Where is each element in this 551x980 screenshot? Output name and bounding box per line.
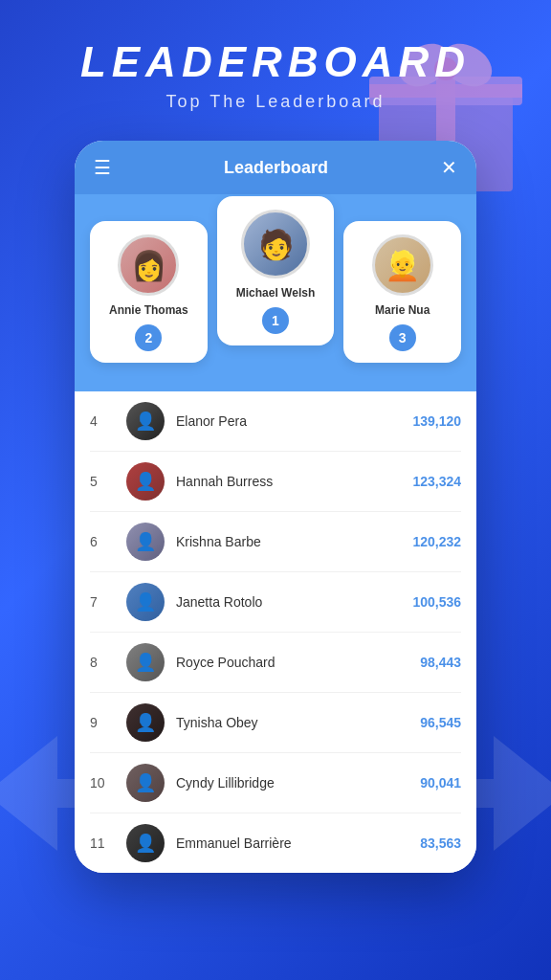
list-avatar: 👤 bbox=[126, 402, 165, 440]
list-rank: 9 bbox=[90, 715, 115, 730]
list-name: Hannah Burress bbox=[176, 474, 412, 489]
list-avatar: 👤 bbox=[126, 583, 165, 621]
list-item: 4 👤 Elanor Pera 139,120 bbox=[90, 391, 461, 452]
menu-icon[interactable]: ☰ bbox=[94, 156, 111, 179]
list-rank: 10 bbox=[90, 775, 115, 791]
page-title: LEADERBOARD bbox=[0, 38, 551, 86]
list-rank: 11 bbox=[90, 835, 115, 851]
podium-name-third: Marie Nua bbox=[375, 303, 430, 317]
list-item: 5 👤 Hannah Burress 123,324 bbox=[90, 452, 461, 512]
list-name: Emmanuel Barrière bbox=[176, 835, 420, 851]
list-name: Krishna Barbe bbox=[176, 534, 412, 549]
app-bar: ☰ Leaderboard ✕ bbox=[75, 141, 476, 194]
list-rank: 5 bbox=[90, 474, 115, 489]
list-score: 120,232 bbox=[412, 534, 461, 549]
list-avatar: 👤 bbox=[126, 824, 165, 862]
phone-card: ☰ Leaderboard ✕ 👩 Annie Thomas 2 🧑 Micha… bbox=[75, 141, 476, 873]
list-rank: 8 bbox=[90, 655, 115, 670]
avatar-michael: 🧑 bbox=[241, 210, 310, 278]
top3-podium: 👩 Annie Thomas 2 🧑 Michael Welsh 1 👱 Mar… bbox=[75, 194, 476, 391]
list-name: Tynisha Obey bbox=[176, 715, 420, 730]
podium-rank-second: 2 bbox=[135, 324, 162, 351]
list-score: 96,545 bbox=[420, 715, 461, 730]
list-score: 98,443 bbox=[420, 655, 461, 670]
podium-card-first: 🧑 Michael Welsh 1 bbox=[217, 196, 335, 345]
list-avatar: 👤 bbox=[126, 703, 165, 742]
list-avatar: 👤 bbox=[126, 462, 165, 501]
list-item: 9 👤 Tynisha Obey 96,545 bbox=[90, 693, 461, 753]
page-subtitle: Top The Leaderboard bbox=[0, 92, 551, 112]
page-header: LEADERBOARD Top The Leaderboard bbox=[0, 0, 551, 131]
podium-card-second: 👩 Annie Thomas 2 bbox=[90, 221, 208, 363]
list-item: 6 👤 Krishna Barbe 120,232 bbox=[90, 512, 461, 572]
podium-rank-first: 1 bbox=[262, 307, 289, 334]
podium-name-second: Annie Thomas bbox=[109, 303, 188, 317]
list-name: Elanor Pera bbox=[176, 413, 412, 429]
podium-name-first: Michael Welsh bbox=[236, 286, 315, 300]
list-score: 123,324 bbox=[412, 474, 461, 489]
podium-rank-third: 3 bbox=[389, 324, 416, 351]
app-bar-title: Leaderboard bbox=[224, 158, 328, 178]
leaderboard-list: 4 👤 Elanor Pera 139,120 5 👤 Hannah Burre… bbox=[75, 391, 476, 873]
list-rank: 6 bbox=[90, 534, 115, 549]
list-rank: 7 bbox=[90, 594, 115, 610]
list-score: 83,563 bbox=[420, 835, 461, 851]
avatar-annie: 👩 bbox=[118, 234, 179, 296]
list-item: 8 👤 Royce Pouchard 98,443 bbox=[90, 633, 461, 693]
list-item: 11 👤 Emmanuel Barrière 83,563 bbox=[90, 813, 461, 873]
list-score: 139,120 bbox=[412, 413, 461, 429]
list-rank: 4 bbox=[90, 413, 115, 429]
avatar-marie: 👱 bbox=[372, 234, 433, 296]
list-name: Janetta Rotolo bbox=[176, 594, 412, 610]
list-score: 100,536 bbox=[412, 594, 461, 610]
list-avatar: 👤 bbox=[126, 643, 165, 681]
close-icon[interactable]: ✕ bbox=[441, 156, 457, 179]
list-avatar: 👤 bbox=[126, 523, 165, 561]
list-item: 7 👤 Janetta Rotolo 100,536 bbox=[90, 572, 461, 633]
list-name: Cyndy Lillibridge bbox=[176, 775, 420, 791]
list-name: Royce Pouchard bbox=[176, 655, 420, 670]
podium-card-third: 👱 Marie Nua 3 bbox=[343, 221, 461, 363]
list-item: 10 👤 Cyndy Lillibridge 90,041 bbox=[90, 753, 461, 813]
list-avatar: 👤 bbox=[126, 764, 165, 802]
list-score: 90,041 bbox=[420, 775, 461, 791]
